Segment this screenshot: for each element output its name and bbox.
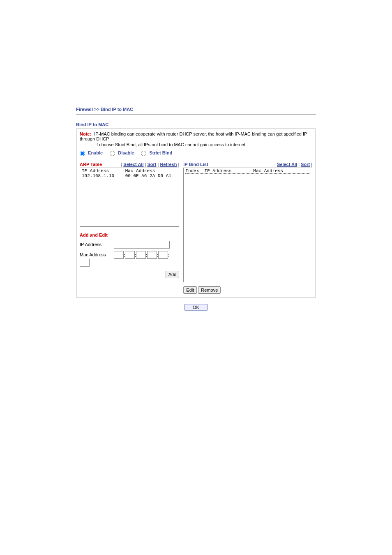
arp-table-column: ARP Table | Select All | Sort | Refresh … — [80, 162, 179, 294]
mac-seg-4[interactable] — [147, 251, 157, 259]
mac-seg-6[interactable] — [80, 259, 90, 267]
mac-address-label: Mac Address — [80, 252, 113, 257]
radio-enable[interactable] — [80, 151, 85, 156]
bind-select-all-link[interactable]: Select All — [277, 162, 297, 167]
ip-address-row: IP Address — [80, 241, 179, 249]
ok-button[interactable]: OK — [184, 304, 208, 311]
ip-address-label: IP Address — [80, 242, 113, 247]
note-line2: If choose Strict Bind, all IPs not bind … — [95, 142, 312, 147]
radio-strict-label[interactable]: Strict Bind — [141, 150, 172, 155]
arp-select-all-link[interactable]: Select All — [123, 162, 143, 167]
bind-header-index: Index — [185, 168, 199, 173]
add-button[interactable]: Add — [166, 271, 180, 278]
radio-strict-text: Strict Bind — [150, 150, 173, 155]
arp-row-mac[interactable]: 00-0E-A6-2A-D5-A1 — [125, 173, 171, 178]
arp-header-mac: Mac Address — [125, 168, 155, 173]
mac-seg-3[interactable] — [136, 251, 146, 259]
ip-bind-list-title: IP Bind List — [183, 162, 274, 167]
ip-address-input[interactable] — [114, 241, 170, 249]
breadcrumb: Firewall >> Bind IP to MAC — [76, 107, 316, 114]
arp-link-group: | Select All | Sort | Refresh | — [121, 162, 179, 167]
bind-link-group: | Select All | Sort | — [274, 162, 312, 167]
mac-seg-2[interactable] — [125, 251, 135, 259]
section-title: Bind IP to MAC — [76, 122, 316, 127]
note-row: Note: IP-MAC binding can cooperate with … — [80, 131, 312, 141]
mode-radio-group: Enable Disable Strict Bind — [80, 150, 312, 156]
arp-refresh-link[interactable]: Refresh — [160, 162, 177, 167]
arp-table-title: ARP Table — [80, 162, 121, 167]
arp-sort-link[interactable]: Sort — [147, 162, 156, 167]
ip-bind-listbox[interactable]: Index IP Address Mac Address — [183, 168, 312, 282]
radio-strict[interactable] — [141, 151, 146, 156]
note-line1: IP-MAC binding can cooperate with router… — [80, 131, 307, 141]
bind-header-ip: IP Address — [205, 168, 232, 173]
radio-disable-text: Disable — [118, 150, 134, 155]
mac-seg-1[interactable] — [114, 251, 124, 259]
bind-header-mac: Mac Address — [253, 168, 283, 173]
arp-table-listbox[interactable]: IP Address Mac Address 192.168.1.10 00-0… — [80, 168, 179, 227]
bind-ip-to-mac-panel: Note: IP-MAC binding can cooperate with … — [76, 129, 316, 297]
radio-disable[interactable] — [110, 151, 115, 156]
ip-bind-list-column: IP Bind List | Select All | Sort | Index… — [183, 162, 312, 294]
bind-sort-link[interactable]: Sort — [301, 162, 310, 167]
arp-header-ip: IP Address — [82, 168, 109, 173]
radio-disable-label[interactable]: Disable — [110, 150, 135, 155]
note-label: Note: — [80, 131, 91, 136]
edit-button[interactable]: Edit — [183, 286, 197, 294]
mac-address-row: Mac Address ::::: — [80, 251, 179, 267]
radio-enable-text: Enable — [88, 150, 103, 155]
divider — [76, 114, 316, 115]
radio-enable-label[interactable]: Enable — [80, 150, 104, 155]
arp-row-ip[interactable]: 192.168.1.10 — [82, 173, 114, 178]
mac-sep: : — [168, 252, 169, 257]
remove-button[interactable]: Remove — [198, 286, 221, 294]
add-edit-title: Add and Edit — [80, 233, 179, 237]
mac-seg-5[interactable] — [158, 251, 168, 259]
